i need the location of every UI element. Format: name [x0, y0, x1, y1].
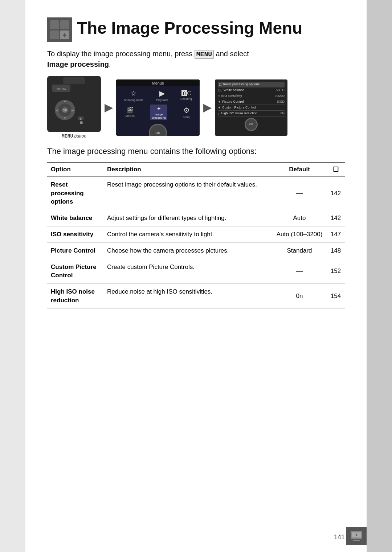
page-cpc: 152 — [327, 259, 345, 284]
settings-row-reset: □ Reset processing options — [218, 82, 285, 87]
header-icon: ✦ — [47, 17, 72, 42]
table-row: ISO sensitivity Control the camera's sen… — [47, 226, 345, 242]
svg-text:▼: ▼ — [63, 116, 67, 120]
wb-icon: Oc — [218, 88, 222, 92]
pc-icon-row: ✦ Picture Control — [218, 100, 244, 104]
svg-text:◀: ◀ — [56, 108, 58, 112]
hisonr-icon-row: ↓ High ISO noise reduction — [218, 111, 257, 115]
svg-rect-1 — [50, 20, 59, 29]
settings-row-pc: ✦ Picture Control ⊡SD — [218, 99, 285, 105]
menu-icons-row1: ☆ Shooting mode ▶ Playback 🅰C Shooting — [116, 86, 200, 103]
svg-text:▶: ▶ — [72, 108, 74, 112]
table-header-row: Option Description Default ☐ — [47, 162, 345, 177]
svg-point-18 — [80, 121, 83, 124]
svg-text:㊾: ㊾ — [79, 118, 82, 120]
desc-iso: Control the camera's sensitivity to ligh… — [103, 226, 272, 242]
bottom-right-icon: ✦ — [346, 527, 367, 545]
svg-text:MENU: MENU — [57, 87, 66, 91]
header-page: ☐ — [327, 162, 345, 177]
intro-line2: and select — [216, 50, 249, 58]
svg-rect-25 — [353, 540, 360, 541]
side-stripe — [367, 0, 392, 552]
playback-label: Playback — [156, 98, 168, 102]
option-pc: Picture Control — [47, 242, 103, 259]
iso-label: ISO sensitivity — [221, 94, 242, 98]
playback-icon: ▶ — [159, 89, 165, 98]
svg-rect-3 — [50, 30, 59, 39]
settings-ok-label: OK — [249, 123, 253, 126]
movies-label: Movies — [126, 114, 135, 118]
table-row: Resetprocessingoptions Reset image proce… — [47, 176, 345, 210]
header-default: Default — [272, 162, 327, 177]
camera-col: MENU OK ▲ ▼ ◀ ▶ ㊾ — [47, 76, 101, 139]
reset-label: Reset processing options — [223, 82, 260, 86]
menu-key: MENU — [195, 50, 214, 59]
page-title: The Image Processing Menu — [77, 17, 302, 37]
iso-value: A3200 — [275, 94, 285, 98]
desc-hisonr: Reduce noise at high ISO sensitivities. — [103, 284, 272, 309]
option-iso: ISO sensitivity — [47, 226, 103, 242]
camera-body: MENU OK ▲ ▼ ◀ ▶ ㊾ — [47, 76, 101, 132]
settings-row-iso: ≡ ISO sensitivity A3200 — [218, 93, 285, 99]
intro-line1: To display the image processing menu, pr… — [47, 50, 192, 58]
iso-icon: ≡ — [218, 94, 220, 98]
option-cpc: Custom Picture Control — [47, 259, 103, 284]
arrow-1: ▶ — [105, 102, 113, 114]
intro-paragraph: To display the image processing menu, pr… — [47, 49, 345, 69]
bold-term: Image processing — [47, 60, 109, 68]
shooting-label: Shooting — [180, 97, 192, 101]
cpc-icon-row: ✦ Custom Picture Control — [218, 106, 256, 110]
setup-icon: ⚙ — [183, 106, 190, 115]
settings-screen-col: □ Reset processing options Oc White bala… — [215, 79, 287, 136]
setup-label: Setup — [183, 115, 191, 119]
cpc-icon: ✦ — [218, 106, 221, 110]
menu-icon-movies: 🎬 Movies — [126, 107, 135, 118]
cpc-label: Custom Picture Control — [222, 106, 256, 109]
menu-screen: Menus ☆ Shooting mode ▶ Playback 🅰C Shoo… — [116, 79, 200, 136]
arrow-2: ▶ — [203, 102, 211, 114]
ok-button: OK — [149, 124, 167, 136]
settings-row-cpc: ✦ Custom Picture Control — [218, 105, 285, 111]
svg-text:✦: ✦ — [62, 32, 67, 39]
default-pc: Standard — [272, 242, 327, 259]
hisonr-value: 0N — [280, 111, 285, 115]
wb-label: White balance — [224, 88, 244, 92]
intro-period: . — [109, 60, 111, 68]
table-row: High ISO noise reduction Reduce noise at… — [47, 284, 345, 309]
page-pc: 148 — [327, 242, 345, 259]
menu-label-key: MENU — [62, 134, 73, 139]
svg-text:✦: ✦ — [355, 533, 358, 537]
menu-screen-title: Menus — [116, 79, 200, 86]
menu-icon-shooting-mode: ☆ Shooting mode — [124, 89, 143, 102]
settings-ok-area: OK — [218, 118, 285, 131]
svg-rect-7 — [63, 77, 85, 84]
table-row: White balance Adjust settings for differ… — [47, 210, 345, 226]
hisonr-icon: ↓ — [218, 111, 220, 115]
image-processing-label: Imageprocessing — [152, 113, 166, 119]
menu-screen-col: Menus ☆ Shooting mode ▶ Playback 🅰C Shoo… — [116, 79, 200, 136]
shooting-mode-label: Shooting mode — [124, 98, 143, 102]
menu-icons-row2: 🎬 Movies ✦ Imageprocessing ⚙ Setup — [116, 103, 200, 122]
reset-icon-row: □ Reset processing options — [219, 82, 260, 86]
page-reset: 142 — [327, 176, 345, 210]
options-table: Option Description Default ☐ Resetproces… — [47, 162, 345, 309]
page-hisonr: 154 — [327, 284, 345, 309]
menu-icon-shooting: 🅰C Shooting — [180, 90, 192, 101]
svg-text:OK: OK — [62, 109, 68, 112]
page-number: 141 — [334, 533, 345, 541]
desc-wb: Adjust settings for different types of l… — [103, 210, 272, 226]
pc-label: Picture Control — [222, 100, 244, 103]
ok-label: OK — [155, 131, 160, 135]
diagram-row: MENU OK ▲ ▼ ◀ ▶ ㊾ — [47, 76, 345, 139]
shooting-icon: 🅰C — [181, 90, 191, 97]
default-hisonr: 0n — [272, 284, 327, 309]
pc-value: ⊡SD — [277, 100, 285, 103]
default-reset: — — [272, 176, 327, 210]
pc-icon: ✦ — [218, 100, 221, 104]
hisonr-label: High ISO noise reduction — [221, 111, 257, 115]
ok-button-area: OK — [116, 122, 200, 136]
table-row: Picture Control Choose how the camera pr… — [47, 242, 345, 259]
default-cpc: — — [272, 259, 327, 284]
settings-ok-button: OK — [245, 118, 258, 131]
wb-value: AUTO — [275, 88, 285, 92]
